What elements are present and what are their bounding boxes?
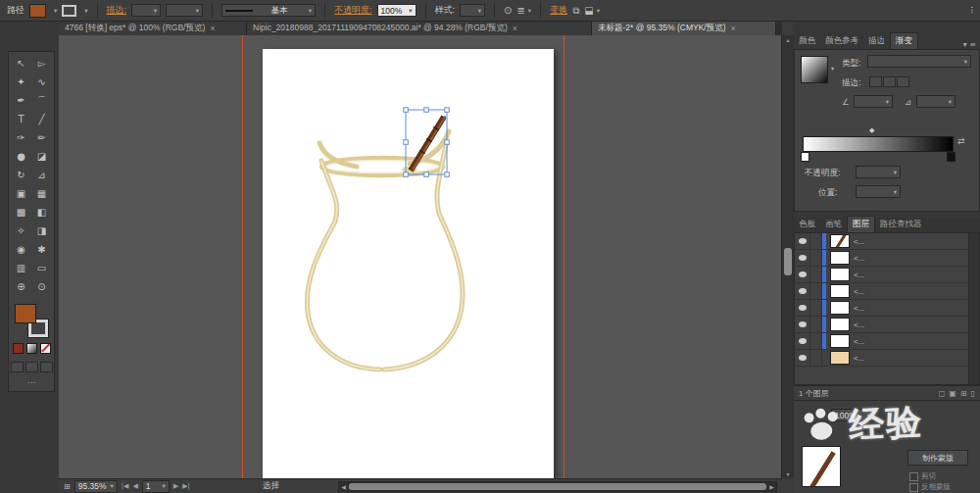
tool-width-tool[interactable]: ▣	[11, 184, 31, 203]
tool-mesh[interactable]: ✧	[11, 222, 31, 240]
gradient-stop-right[interactable]	[947, 152, 956, 162]
layer-thumbnail[interactable]	[830, 351, 850, 365]
stroke-gradient-across-icon[interactable]	[897, 76, 909, 87]
panel-menu-icon[interactable]: ▾ ≡	[963, 40, 980, 49]
gradient-opacity-select[interactable]: ▾	[856, 166, 901, 178]
scroll-down-icon[interactable]: ▾	[782, 470, 794, 477]
transform-link[interactable]: 变换	[550, 4, 567, 17]
scroll-right-icon[interactable]: ▶	[767, 483, 776, 490]
gradient-slider[interactable]	[803, 136, 954, 152]
gradient-midpoint-icon[interactable]: ◆	[869, 126, 874, 134]
visibility-eye-icon[interactable]	[795, 317, 810, 332]
tool-paintbrush[interactable]: ✑	[11, 128, 31, 147]
brush-definition-select[interactable]: 基本 ▾	[221, 4, 316, 17]
make-mask-icon[interactable]: ▣	[949, 389, 956, 398]
tool-blend[interactable]: ✱	[31, 240, 52, 259]
lock-cell[interactable]	[810, 333, 822, 349]
zoom-select[interactable]: 95.35% ▾	[74, 480, 118, 493]
layer-thumbnail[interactable]	[830, 284, 850, 298]
tool-column-graph[interactable]: ▭	[31, 259, 52, 277]
visibility-eye-icon[interactable]	[795, 267, 810, 282]
draw-behind-icon[interactable]	[25, 362, 38, 372]
canvas-area[interactable]	[59, 35, 781, 478]
last-artboard-icon[interactable]: ▶|	[182, 482, 190, 490]
invert-mask-checkbox-box[interactable]	[909, 483, 918, 492]
layer-thumbnail[interactable]	[830, 334, 850, 348]
scroll-up-icon[interactable]: ▴	[782, 36, 794, 43]
gradient-swatch[interactable]	[801, 56, 828, 83]
tool-direct-selection[interactable]: ▻	[31, 54, 52, 73]
locate-object-icon[interactable]: ◻	[939, 389, 946, 398]
tool-curvature[interactable]: ⌒	[31, 91, 52, 110]
layer-row[interactable]: <...▪	[795, 250, 979, 267]
tool-rotate[interactable]: ↻	[11, 166, 31, 184]
horizontal-scrollbar-thumb[interactable]	[349, 483, 766, 490]
tab-color-guide[interactable]: 颜色参考	[820, 33, 863, 49]
close-icon[interactable]: ×	[210, 24, 215, 33]
visibility-eye-icon[interactable]	[795, 333, 810, 349]
width-profile-select[interactable]: ▾	[166, 4, 203, 17]
gradient-swatch-chevron-icon[interactable]: ▾	[831, 65, 834, 73]
visibility-eye-icon[interactable]	[795, 233, 810, 249]
first-artboard-icon[interactable]: |◀	[122, 482, 129, 490]
tool-selection[interactable]: ↖	[11, 54, 31, 73]
tool-pencil[interactable]: ✏	[31, 128, 52, 147]
status-grid-icon[interactable]: ⊞	[64, 482, 71, 491]
recolor-artwork-icon[interactable]: ⊙	[504, 5, 512, 16]
tool-line-segment[interactable]: ╱	[31, 110, 52, 128]
tool-scale[interactable]: ⊿	[31, 166, 52, 184]
lock-cell[interactable]	[810, 283, 822, 299]
artboard-number-select[interactable]: 1 ▾	[142, 480, 170, 493]
layer-row[interactable]: <...▪	[795, 333, 979, 350]
select-similar-icon[interactable]: ≣▾	[516, 5, 531, 16]
aspect-ratio-input[interactable]: ▾	[916, 95, 956, 108]
tab-layers[interactable]: 图层	[847, 216, 875, 232]
tool-zoom[interactable]: ⊙	[31, 277, 52, 296]
layer-row[interactable]: <...▪	[795, 300, 979, 317]
tool-blob-brush[interactable]: ●	[11, 147, 31, 166]
clip-checkbox-box[interactable]	[909, 472, 918, 481]
fill-chevron-icon[interactable]: ▾	[54, 7, 57, 15]
stroke-chevron-icon[interactable]: ▾	[84, 7, 87, 15]
vertical-scrollbar[interactable]: ▴ ▾	[781, 35, 794, 478]
close-icon[interactable]: ×	[513, 24, 517, 33]
layer-thumbnail[interactable]	[830, 318, 850, 331]
tool-pen[interactable]: ✒	[11, 91, 31, 110]
lock-cell[interactable]	[810, 250, 822, 266]
visibility-eye-icon[interactable]	[795, 250, 810, 266]
delete-layer-icon[interactable]: ▯	[971, 389, 975, 398]
tool-hand[interactable]: ⊕	[11, 277, 31, 296]
clip-checkbox[interactable]: 剪切	[909, 471, 936, 481]
new-layer-icon[interactable]: ⊞	[960, 389, 967, 398]
layers-scrollbar[interactable]	[968, 233, 979, 384]
gradient-stop-left[interactable]	[801, 152, 809, 162]
visibility-eye-icon[interactable]	[795, 283, 810, 299]
stroke-link[interactable]: 描边:	[107, 4, 127, 17]
panel-options-icon[interactable]: ⫶	[971, 5, 974, 17]
draw-normal-icon[interactable]	[11, 362, 24, 372]
opacity-link[interactable]: 不透明度:	[334, 4, 372, 17]
gradient-type-select[interactable]: ▾	[867, 55, 971, 68]
make-mask-button[interactable]: 制作蒙版	[907, 450, 968, 466]
tool-eyedropper[interactable]: ◉	[11, 240, 31, 259]
artboard[interactable]	[263, 49, 554, 478]
lock-cell[interactable]	[810, 317, 822, 332]
vertical-scrollbar-thumb[interactable]	[784, 248, 792, 275]
stroke-color-swatch[interactable]	[62, 5, 76, 17]
transparency-opacity-select[interactable]: 100% ▾	[831, 409, 874, 421]
invert-mask-checkbox[interactable]: 反相蒙版	[909, 482, 951, 492]
tool-free-transform[interactable]: ▦	[31, 184, 52, 203]
layer-thumbnail[interactable]	[830, 301, 850, 315]
document-tab-3[interactable]: 未标题-2* @ 95.35% (CMYK/预览) ×	[592, 22, 776, 35]
draw-inside-icon[interactable]	[40, 362, 53, 372]
tool-magic-wand[interactable]: ✦	[11, 73, 31, 91]
layer-thumbnail[interactable]	[830, 234, 850, 248]
isolate-icon[interactable]: ⬓▾	[584, 5, 600, 16]
color-swatch-button[interactable]	[13, 343, 24, 354]
stroke-weight-select[interactable]: ▾	[131, 4, 161, 17]
object-thumbnail[interactable]	[802, 446, 841, 487]
tool-perspective-grid[interactable]: ◧	[31, 203, 52, 222]
gradient-swatch-button[interactable]	[26, 343, 37, 354]
tool-type[interactable]: T	[11, 110, 31, 128]
align-icon[interactable]: ⧉	[572, 5, 579, 17]
